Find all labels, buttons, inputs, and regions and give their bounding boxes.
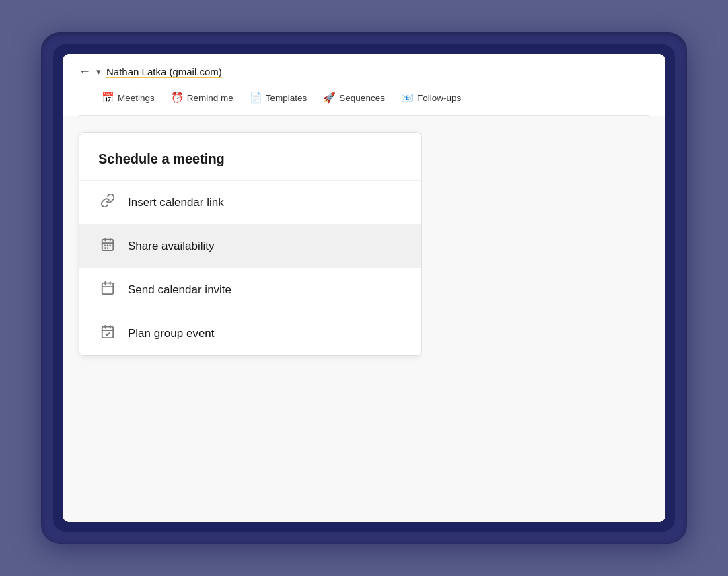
screen: ← ▾ Nathan Latka (gmail.com) 📅 Meetings … bbox=[63, 54, 665, 522]
toolbar-item-meetings[interactable]: 📅 Meetings bbox=[95, 88, 161, 107]
menu-item-send-calendar-invite[interactable]: Send calendar invite bbox=[79, 268, 421, 312]
svg-rect-9 bbox=[102, 283, 114, 295]
svg-rect-13 bbox=[102, 327, 114, 338]
sequences-label: Sequences bbox=[339, 93, 385, 103]
schedule-meeting-panel: Schedule a meeting Insert calendar link bbox=[79, 132, 422, 356]
share-availability-label: Share availability bbox=[128, 240, 215, 253]
plan-group-event-label: Plan group event bbox=[128, 327, 215, 340]
recipient-name[interactable]: Nathan Latka (gmail.com) bbox=[106, 66, 222, 77]
meetings-icon: 📅 bbox=[102, 92, 114, 104]
right-area bbox=[422, 116, 665, 522]
templates-icon: 📄 bbox=[250, 92, 262, 104]
send-calendar-invite-label: Send calendar invite bbox=[128, 283, 231, 297]
outer-frame: ← ▾ Nathan Latka (gmail.com) 📅 Meetings … bbox=[41, 32, 687, 544]
dropdown-arrow-button[interactable]: ▾ bbox=[96, 67, 101, 77]
send-calendar-icon bbox=[98, 281, 117, 299]
recipient-row: ← ▾ Nathan Latka (gmail.com) bbox=[79, 65, 649, 79]
menu-item-plan-group-event[interactable]: Plan group event bbox=[79, 312, 421, 355]
toolbar-item-templates[interactable]: 📄 Templates bbox=[243, 88, 314, 107]
templates-label: Templates bbox=[266, 93, 307, 103]
header-bar: ← ▾ Nathan Latka (gmail.com) 📅 Meetings … bbox=[63, 54, 665, 116]
sequences-icon: 🚀 bbox=[323, 92, 336, 104]
main-content: Schedule a meeting Insert calendar link bbox=[63, 116, 665, 522]
toolbar: 📅 Meetings ⏰ Remind me 📄 Templates 🚀 Seq… bbox=[79, 88, 649, 116]
follow-ups-label: Follow-ups bbox=[417, 93, 461, 103]
back-button[interactable]: ← bbox=[79, 65, 91, 79]
remind-me-icon: ⏰ bbox=[171, 92, 184, 104]
menu-item-insert-calendar-link[interactable]: Insert calendar link bbox=[79, 180, 421, 224]
toolbar-item-sequences[interactable]: 🚀 Sequences bbox=[316, 88, 392, 107]
insert-calendar-link-label: Insert calendar link bbox=[128, 196, 224, 209]
inner-frame: ← ▾ Nathan Latka (gmail.com) 📅 Meetings … bbox=[53, 44, 675, 532]
link-icon bbox=[98, 193, 117, 212]
meetings-label: Meetings bbox=[118, 93, 155, 103]
remind-me-label: Remind me bbox=[187, 93, 233, 103]
toolbar-item-follow-ups[interactable]: 📧 Follow-ups bbox=[394, 88, 468, 107]
follow-ups-icon: 📧 bbox=[401, 92, 414, 104]
toolbar-item-remind-me[interactable]: ⏰ Remind me bbox=[164, 88, 240, 107]
menu-item-share-availability[interactable]: Share availability bbox=[79, 224, 421, 268]
plan-group-event-icon bbox=[98, 324, 117, 343]
share-availability-icon bbox=[98, 237, 117, 256]
panel-title: Schedule a meeting bbox=[79, 133, 421, 180]
